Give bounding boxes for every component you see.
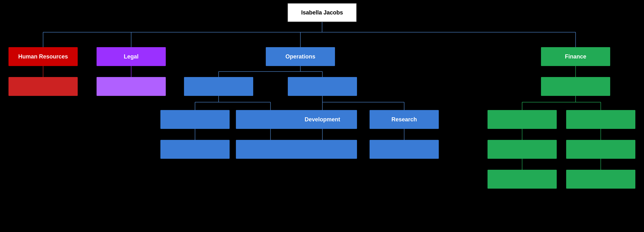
finance-label: Finance <box>565 53 586 60</box>
development-label: Development <box>304 116 340 123</box>
research-node: Research <box>370 110 439 129</box>
operations-node: Operations <box>266 47 335 66</box>
finance-child1-node <box>541 77 610 96</box>
finance-right1-node <box>566 110 635 129</box>
finance-left3-node <box>488 170 557 188</box>
legal-label: Legal <box>124 53 138 60</box>
ops-ll2-node <box>160 140 230 159</box>
ops-left-node <box>184 77 253 96</box>
finance-node: Finance <box>541 47 610 66</box>
development-node: Development <box>288 110 357 129</box>
research-label: Research <box>392 116 417 123</box>
finance-right3-node <box>566 170 635 188</box>
dev-child-node <box>288 140 357 159</box>
operations-label: Operations <box>286 53 315 60</box>
finance-left2-node <box>488 140 557 159</box>
hr-child-node <box>8 77 78 96</box>
finance-right2-node <box>566 140 635 159</box>
hr-label: Human Resources <box>18 53 68 60</box>
finance-left1-node <box>488 110 557 129</box>
root-label: Isabella Jacobs <box>301 9 343 16</box>
ops-right-node <box>288 77 357 96</box>
org-chart: Isabella Jacobs Human Resources Legal Op… <box>0 0 644 232</box>
hr-node: Human Resources <box>8 47 78 66</box>
root-node: Isabella Jacobs <box>288 3 357 22</box>
ops-ll-node <box>160 110 230 129</box>
legal-node: Legal <box>96 47 166 66</box>
res-child-node <box>370 140 439 159</box>
legal-child-node <box>96 77 166 96</box>
